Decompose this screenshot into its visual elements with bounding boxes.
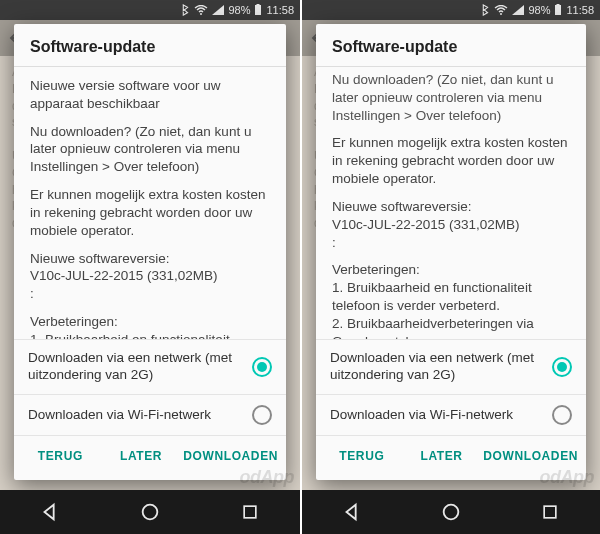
- software-update-dialog: Software-update Nu downloaden? (Zo niet,…: [316, 24, 586, 480]
- phone-left: 98% 11:58 A P d s U G h k d Software-upd…: [0, 0, 300, 534]
- clock: 11:58: [266, 4, 294, 16]
- body-paragraph: Nu downloaden? (Zo niet, dan kunt u late…: [30, 123, 270, 176]
- signal-icon: [512, 5, 524, 15]
- back-button[interactable]: TERUG: [322, 444, 402, 470]
- back-button[interactable]: TERUG: [20, 444, 101, 470]
- svg-point-3: [143, 505, 158, 520]
- wifi-icon: [494, 5, 508, 15]
- body-paragraph: Nieuwe softwareversie: V10c-JUL-22-2015 …: [332, 198, 570, 251]
- radio-option-wifi[interactable]: Downloaden via Wi-Fi-netwerk: [316, 394, 586, 435]
- radio-option-network[interactable]: Downloaden via een netwerk (met uitzonde…: [14, 339, 286, 394]
- nav-home-button[interactable]: [139, 501, 161, 523]
- android-nav-bar: [0, 490, 300, 534]
- svg-point-8: [444, 505, 459, 520]
- radio-label: Downloaden via een netwerk (met uitzonde…: [28, 350, 242, 384]
- svg-point-0: [200, 13, 202, 15]
- bluetooth-icon: [180, 4, 190, 16]
- android-nav-bar: [302, 490, 600, 534]
- radio-label: Downloaden via een netwerk (met uitzonde…: [330, 350, 542, 384]
- later-button[interactable]: LATER: [101, 444, 182, 470]
- phone-right: 98% 11:58 A P d s U G h k d Software-upd…: [300, 0, 600, 534]
- nav-home-button[interactable]: [440, 501, 462, 523]
- dialog-title: Software-update: [14, 24, 286, 66]
- clock: 11:58: [566, 4, 594, 16]
- software-update-dialog: Software-update Nieuwe versie software v…: [14, 24, 286, 480]
- radio-indicator-selected[interactable]: [552, 357, 572, 377]
- body-paragraph: Nu downloaden? (Zo niet, dan kunt u late…: [332, 71, 570, 124]
- battery-icon: [554, 4, 562, 16]
- svg-point-5: [500, 13, 502, 15]
- signal-icon: [212, 5, 224, 15]
- battery-percent: 98%: [528, 4, 550, 16]
- radio-indicator[interactable]: [252, 405, 272, 425]
- body-paragraph: Verbeteringen: 1. Bruikbaarheid en funct…: [332, 261, 570, 339]
- status-bar: 98% 11:58: [302, 0, 600, 20]
- radio-indicator-selected[interactable]: [252, 357, 272, 377]
- radio-label: Downloaden via Wi-Fi-netwerk: [28, 407, 242, 424]
- nav-back-button[interactable]: [341, 501, 363, 523]
- svg-rect-1: [255, 5, 261, 15]
- status-bar: 98% 11:58: [0, 0, 300, 20]
- body-paragraph: Verbeteringen: 1. Bruikbaarheid en funct…: [30, 313, 270, 340]
- nav-recent-button[interactable]: [539, 501, 561, 523]
- body-paragraph: Er kunnen mogelijk extra kosten kosten i…: [332, 134, 570, 187]
- radio-label: Downloaden via Wi-Fi-netwerk: [330, 407, 542, 424]
- radio-option-network[interactable]: Downloaden via een netwerk (met uitzonde…: [316, 339, 586, 394]
- dialog-actions: TERUG LATER DOWNLOADEN: [316, 435, 586, 480]
- svg-rect-9: [544, 506, 556, 518]
- body-paragraph: Nieuwe versie software voor uw apparaat …: [30, 77, 270, 113]
- download-button[interactable]: DOWNLOADEN: [181, 444, 280, 470]
- svg-rect-4: [244, 506, 256, 518]
- later-button[interactable]: LATER: [402, 444, 482, 470]
- dialog-body[interactable]: Nieuwe versie software voor uw apparaat …: [14, 67, 286, 339]
- svg-rect-7: [557, 4, 560, 6]
- bluetooth-icon: [480, 4, 490, 16]
- nav-recent-button[interactable]: [239, 501, 261, 523]
- svg-rect-6: [555, 5, 561, 15]
- download-button[interactable]: DOWNLOADEN: [481, 444, 580, 470]
- svg-rect-2: [257, 4, 260, 6]
- body-paragraph: Nieuwe softwareversie: V10c-JUL-22-2015 …: [30, 250, 270, 303]
- radio-indicator[interactable]: [552, 405, 572, 425]
- wifi-icon: [194, 5, 208, 15]
- body-paragraph: Er kunnen mogelijk extra kosten kosten i…: [30, 186, 270, 239]
- radio-option-wifi[interactable]: Downloaden via Wi-Fi-netwerk: [14, 394, 286, 435]
- dialog-title: Software-update: [316, 24, 586, 66]
- battery-icon: [254, 4, 262, 16]
- dialog-body[interactable]: Nu downloaden? (Zo niet, dan kunt u late…: [316, 67, 586, 339]
- battery-percent: 98%: [228, 4, 250, 16]
- dialog-actions: TERUG LATER DOWNLOADEN: [14, 435, 286, 480]
- nav-back-button[interactable]: [39, 501, 61, 523]
